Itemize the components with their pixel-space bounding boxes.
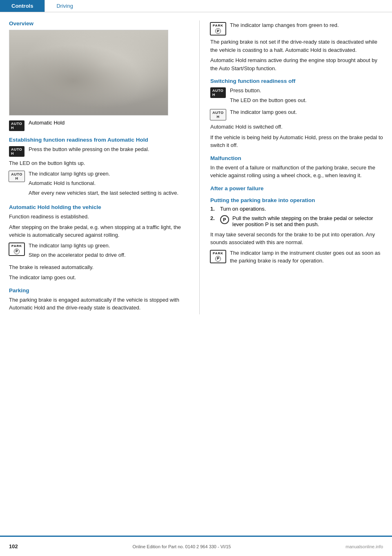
autoh-icon: AUTO H <box>9 120 24 131</box>
numbered-list: 1. Turn on operations. 2. P Pull the swi… <box>210 206 383 227</box>
page-number: 102 <box>9 543 18 549</box>
item-1-text: Turn on operations. <box>220 206 266 212</box>
tab-driving[interactable]: Driving <box>45 0 84 12</box>
section-r3-heading: Malfunction <box>210 155 383 161</box>
car-image <box>9 30 168 116</box>
column-divider <box>199 20 200 314</box>
num-1: 1. <box>210 206 217 212</box>
right-autoh-press-icon: AUTO H <box>210 87 226 98</box>
tab-controls-label: Controls <box>11 3 33 9</box>
car-image-inner <box>9 30 168 115</box>
right-autoh-outline-icon: AUTO H <box>210 109 226 120</box>
left-column: Overview AUTO H Automatic Hold Establish… <box>9 20 189 314</box>
section1-led-text: The LED on the button lights up. <box>9 159 189 167</box>
section1-autoh-outline-icon: AUTO H <box>9 171 24 182</box>
right-p1: The parking brake is not set if the driv… <box>210 38 383 54</box>
autoh-label: Automatic Hold <box>29 120 65 126</box>
section1-indicator-row: AUTO H The indicator lamp lights up gree… <box>9 170 189 199</box>
right-indicator-out-text: The indicator lamp goes out. <box>230 108 297 118</box>
footer-right-text: manualsonline.info <box>345 544 383 549</box>
right-indicator-out-row: AUTO H The indicator lamp goes out. <box>210 108 383 120</box>
item-2-content: P Pull the switch while stepping on the … <box>220 215 383 227</box>
overview-heading: Overview <box>9 20 189 27</box>
tab-controls[interactable]: Controls <box>0 0 45 12</box>
final-park-text: The indicator lamp in the instrument clu… <box>230 249 383 267</box>
numbered-item-1: 1. Turn on operations. <box>210 206 383 212</box>
section2-park-icon-cell: PARK P <box>9 242 24 256</box>
section2-p2: After stepping on the brake pedal, e.g. … <box>9 223 189 239</box>
tab-driving-label: Driving <box>56 3 73 9</box>
section-r4-heading: After a power failure <box>210 185 383 191</box>
section1-press-row: AUTO H Press the button while pressing o… <box>9 145 189 157</box>
autoh-label-text: Automatic Hold <box>29 120 65 126</box>
final-park-row: PARK P The indicator lamp in the instrum… <box>210 249 383 267</box>
section-r3-p1: In the event of a failure or malfunction… <box>210 164 383 180</box>
right-park-icon: PARK P <box>210 22 226 36</box>
footer-center-text: Online Edition for Part no. 0140 2 964 3… <box>133 544 231 549</box>
right-park-indicator-text: The indicator lamp changes from green to… <box>230 21 339 31</box>
right-switch-off-p2: If the vehicle is being held by Automati… <box>210 133 383 149</box>
section1-heading: Establishing function readiness from Aut… <box>9 137 189 143</box>
section1-indicator-text: The indicator lamp lights up green. Auto… <box>29 170 178 199</box>
final-park-icon-cell: PARK P <box>210 249 226 263</box>
final-park-icon: PARK P <box>210 250 226 263</box>
section1-autoh-icon: AUTO H <box>9 146 24 157</box>
right-autoh-press-row: AUTO H Press button. The LED on the butt… <box>210 87 383 106</box>
autoh-label-row: AUTO H Automatic Hold <box>9 120 189 131</box>
section2-heading: Automatic Hold holding the vehicle <box>9 204 189 210</box>
park-icon: PARK P <box>9 242 25 256</box>
section2-indicator-out: The indicator lamp goes out. <box>9 274 189 282</box>
right-column: PARK P The indicator lamp changes from g… <box>210 20 383 314</box>
autoh-icon-cell: AUTO H <box>9 120 24 131</box>
footer: 102 Online Edition for Part no. 0140 2 9… <box>0 536 392 556</box>
section1-press-text: Press the button while pressing on the b… <box>29 145 149 155</box>
numbered-item-2: 2. P Pull the switch while stepping on t… <box>210 215 383 227</box>
section2-brake: The brake is released automatically. <box>9 263 189 271</box>
section3-p1: The parking brake is engaged automatical… <box>9 296 189 312</box>
section-r2-heading: Switching function readiness off <box>210 78 383 84</box>
right-p2: Automatic Hold remains active during the… <box>210 56 383 72</box>
section1-autoh-icon-cell: AUTO H <box>9 145 24 157</box>
right-autoh-icon-cell: AUTO H <box>210 87 226 98</box>
section2-p1: Function readiness is established. <box>9 213 189 221</box>
item-2-text: Pull the switch while stepping on the br… <box>232 215 383 227</box>
right-autoh-press-text: Press button. The LED on the button goes… <box>230 87 307 106</box>
p-button-icon: P <box>220 215 229 224</box>
section1-indicator-icon-cell: AUTO H <box>9 170 24 182</box>
right-switched-off: Automatic Hold is switched off. <box>210 123 383 131</box>
content-area: Overview AUTO H Automatic Hold Establish… <box>0 12 392 339</box>
right-park-icon-cell: PARK P <box>210 21 226 36</box>
num-2: 2. <box>210 215 217 221</box>
section2-park-text: The indicator lamp lights up green. Step… <box>29 242 126 261</box>
top-nav: Controls Driving <box>0 0 392 12</box>
right-indicator-out-icon-cell: AUTO H <box>210 108 226 120</box>
section-r5-p1: It may take several seconds for the brak… <box>210 231 383 247</box>
section3-heading: Parking <box>9 287 189 294</box>
section-r5-heading: Putting the parking brake into operation <box>210 197 383 203</box>
section2-park-row: PARK P The indicator lamp lights up gree… <box>9 242 189 261</box>
right-park-indicator-row: PARK P The indicator lamp changes from g… <box>210 21 383 36</box>
